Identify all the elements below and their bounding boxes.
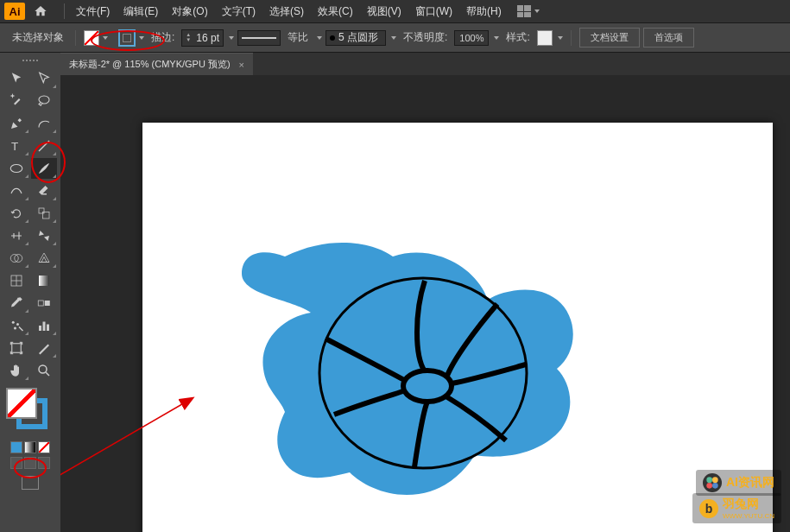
menu-help[interactable]: 帮助(H) [459,1,509,22]
home-icon[interactable] [32,3,49,20]
svg-point-17 [39,365,47,373]
brush-dropdown-icon[interactable] [391,36,396,40]
menu-type[interactable]: 文字(T) [215,1,262,22]
screen-mode-icon[interactable] [22,476,39,490]
menu-window[interactable]: 窗口(W) [408,1,459,22]
svg-text:T: T [11,140,18,153]
panel-grip-icon[interactable] [9,60,52,65]
symbol-sprayer-tool[interactable] [3,315,29,336]
stroke-swatch[interactable] [118,29,136,47]
draw-inside-icon[interactable] [38,457,50,469]
brush-definition[interactable]: 5 点圆形 [325,30,386,46]
menu-effect[interactable]: 效果(C) [311,1,360,22]
svg-rect-13 [39,326,41,331]
scale-tool[interactable] [31,203,57,224]
document-tab[interactable]: 未标题-2* @ 115% (CMYK/GPU 预览) × [60,53,253,75]
fill-dropdown-icon[interactable] [103,36,108,40]
selection-tool[interactable] [3,68,29,89]
none-mode-icon[interactable] [38,441,50,453]
gradient-tool[interactable] [31,270,57,291]
draw-normal-icon[interactable] [10,457,22,469]
profile-dropdown-icon[interactable] [317,36,322,40]
gradient-mode-icon[interactable] [24,441,36,453]
watermark-1: AI资讯网 [696,470,781,496]
mesh-tool[interactable] [3,270,29,291]
menu-object[interactable]: 对象(O) [165,1,214,22]
line-segment-tool[interactable] [31,136,57,156]
svg-rect-2 [39,208,44,213]
column-graph-tool[interactable] [31,315,57,336]
menu-file[interactable]: 文件(F) [69,1,117,22]
style-dropdown-icon[interactable] [558,36,563,40]
profile-label: 等比 [288,30,308,45]
fill-color-box[interactable] [6,388,37,419]
divider [571,30,572,46]
stroke-weight-dropdown-icon[interactable] [229,36,234,40]
svg-rect-14 [43,322,46,332]
zoom-tool[interactable] [31,360,57,381]
brush-label: 5 点圆形 [338,30,378,45]
svg-point-22 [712,477,718,483]
tab-title: 未标题-2* @ 115% (CMYK/GPU 预览) [69,58,231,71]
width-tool[interactable] [3,225,29,246]
selection-state-label: 未选择对象 [12,30,64,45]
preferences-button[interactable]: 首选项 [643,28,694,48]
color-mode-icon[interactable] [10,441,22,453]
stroke-weight-input[interactable]: ▲▼ 16 pt [181,29,224,47]
menu-select[interactable]: 选择(S) [262,1,311,22]
rotate-tool[interactable] [3,203,29,224]
watermark-2-text: 羽兔网 [723,497,774,512]
svg-point-24 [712,483,718,489]
fill-stroke-panel[interactable] [6,388,54,436]
paintbrush-tool[interactable] [31,158,57,179]
lasso-tool[interactable] [31,91,57,111]
perspective-grid-tool[interactable] [31,248,57,269]
pencil-tool[interactable] [3,180,29,201]
flower-icon [703,473,722,492]
stroke-profile[interactable] [237,30,281,46]
draw-behind-icon[interactable] [24,457,36,469]
pen-tool[interactable] [3,113,29,134]
control-bar: 未选择对象 描边: ▲▼ 16 pt 等比 5 点圆形 不透明度: 样式: 文档… [0,23,790,53]
document-setup-button[interactable]: 文档设置 [579,28,640,48]
rabbit-icon: b [699,499,718,518]
free-transform-tool[interactable] [31,225,57,246]
opacity-input[interactable] [454,30,489,46]
menu-edit[interactable]: 编辑(E) [117,1,165,22]
stroke-dropdown-icon[interactable] [139,36,144,40]
watermark-2: b 羽兔网 WWW.YUTU.CN [692,493,781,523]
layout-switcher-icon[interactable] [517,5,540,17]
svg-rect-8 [38,301,43,306]
blend-tool[interactable] [31,293,57,314]
magic-wand-tool[interactable] [3,91,29,111]
opacity-label: 不透明度: [403,30,447,45]
hand-tool[interactable] [3,360,29,381]
slice-tool[interactable] [31,338,57,358]
direct-selection-tool[interactable] [31,68,57,89]
ellipse-tool[interactable] [3,158,29,179]
eyedropper-tool[interactable] [3,293,29,314]
step-down-icon[interactable]: ▼ [186,38,193,43]
divider [75,30,76,46]
stroke-weight-value: 16 pt [196,32,219,44]
graphic-style-swatch[interactable] [537,30,553,46]
watermark-2-url: WWW.YUTU.CN [723,512,774,520]
menu-view[interactable]: 视图(V) [360,1,408,22]
type-tool[interactable]: T [3,136,29,156]
curvature-tool[interactable] [31,113,57,134]
document-area: 未标题-2* @ 115% (CMYK/GPU 预览) × [60,53,790,532]
ai-logo-icon[interactable]: Ai [4,3,25,20]
artboard-tool[interactable] [3,338,29,358]
svg-point-23 [706,483,712,489]
artboard [142,123,773,532]
svg-point-21 [706,477,712,483]
stroke-label: 描边: [151,30,174,45]
shape-builder-tool[interactable] [3,248,29,269]
eraser-tool[interactable] [31,180,57,201]
fill-swatch[interactable] [84,30,99,46]
opacity-dropdown-icon[interactable] [494,36,499,40]
svg-rect-16 [12,344,22,353]
canvas[interactable] [60,75,790,532]
tab-close-icon[interactable]: × [239,60,244,70]
menu-bar: Ai 文件(F) 编辑(E) 对象(O) 文字(T) 选择(S) 效果(C) 视… [0,0,790,23]
